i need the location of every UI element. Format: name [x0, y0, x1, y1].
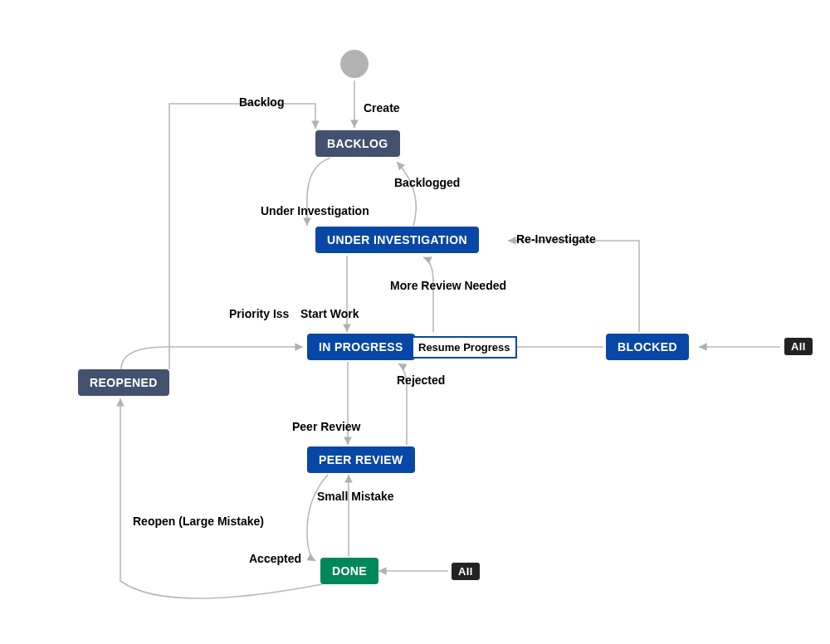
- edge-create: Create: [364, 101, 400, 115]
- state-done[interactable]: DONE: [320, 558, 378, 584]
- edge-peer-review: Peer Review: [292, 420, 361, 433]
- connector-lines: [0, 0, 830, 644]
- edge-backlogged: Backlogged: [394, 176, 460, 189]
- state-in-progress[interactable]: IN PROGRESS: [307, 334, 415, 360]
- resume-progress-chip: Resume Progress: [413, 336, 517, 359]
- state-reopened[interactable]: REOPENED: [78, 369, 169, 396]
- edge-under-investigation: Under Investigation: [261, 204, 369, 217]
- edge-rejected: Rejected: [397, 373, 445, 387]
- edge-start-work: Start Work: [300, 307, 359, 320]
- edge-accepted: Accepted: [249, 552, 301, 565]
- edge-small-mistake: Small Mistake: [317, 490, 394, 503]
- workflow-diagram: BACKLOG UNDER INVESTIGATION IN PROGRESS …: [0, 0, 830, 644]
- state-under-investigation[interactable]: UNDER INVESTIGATION: [315, 227, 479, 253]
- edge-reopen-large-mistake: Reopen (Large Mistake): [133, 515, 264, 528]
- edge-re-investigate: Re-Investigate: [516, 232, 596, 246]
- source-all-to-done[interactable]: All: [452, 563, 480, 580]
- edge-backlog: Backlog: [239, 95, 284, 109]
- state-peer-review[interactable]: PEER REVIEW: [307, 446, 415, 473]
- edge-more-review-needed: More Review Needed: [390, 279, 506, 292]
- edge-priority-iss: Priority Iss: [229, 307, 289, 320]
- start-node: [340, 50, 369, 78]
- state-blocked[interactable]: BLOCKED: [606, 334, 689, 360]
- state-backlog[interactable]: BACKLOG: [315, 130, 400, 157]
- source-all-to-blocked[interactable]: All: [784, 338, 813, 355]
